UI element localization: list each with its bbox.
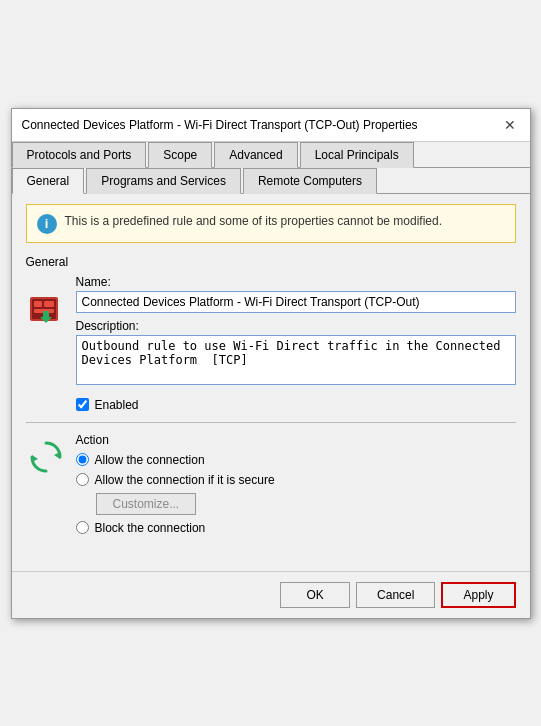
enabled-checkbox[interactable] [76, 398, 89, 411]
tab-general[interactable]: General [12, 168, 85, 194]
general-section-label: General [26, 255, 516, 269]
name-label: Name: [76, 275, 516, 289]
block-connection-row: Block the connection [76, 521, 516, 535]
description-textarea[interactable]: Outbound rule to use Wi-Fi Direct traffi… [76, 335, 516, 385]
block-connection-radio[interactable] [76, 521, 89, 534]
tabs-row1: Protocols and Ports Scope Advanced Local… [12, 142, 530, 168]
tab-local-principals[interactable]: Local Principals [300, 142, 414, 168]
tab-remote-computers[interactable]: Remote Computers [243, 168, 377, 194]
bottom-bar: OK Cancel Apply [12, 571, 530, 618]
block-connection-label: Block the connection [95, 521, 206, 535]
allow-if-secure-radio[interactable] [76, 473, 89, 486]
action-icon [26, 437, 66, 477]
cancel-button[interactable]: Cancel [356, 582, 435, 608]
apply-button[interactable]: Apply [441, 582, 515, 608]
allow-connection-radio[interactable] [76, 453, 89, 466]
title-bar: Connected Devices Platform - Wi-Fi Direc… [12, 109, 530, 142]
tab-protocols-ports[interactable]: Protocols and Ports [12, 142, 147, 168]
svg-rect-3 [44, 301, 54, 307]
allow-connection-row: Allow the connection [76, 453, 516, 467]
ok-button[interactable]: OK [280, 582, 350, 608]
description-label: Description: [76, 319, 516, 333]
info-message: This is a predefined rule and some of it… [65, 213, 443, 230]
svg-rect-6 [43, 311, 49, 319]
allow-connection-label: Allow the connection [95, 453, 205, 467]
general-section: Name: Description: Outbound rule to use … [26, 275, 516, 412]
allow-if-secure-label: Allow the connection if it is secure [95, 473, 275, 487]
enabled-label: Enabled [95, 398, 139, 412]
info-box: i This is a predefined rule and some of … [26, 204, 516, 243]
svg-marker-7 [54, 452, 60, 459]
info-icon: i [37, 214, 57, 234]
action-section: Action Allow the connection Allow the co… [26, 433, 516, 541]
action-label: Action [76, 433, 516, 447]
tab-programs-services[interactable]: Programs and Services [86, 168, 241, 194]
svg-rect-2 [34, 301, 42, 307]
close-button[interactable]: ✕ [500, 115, 520, 135]
dialog-window: Connected Devices Platform - Wi-Fi Direc… [11, 108, 531, 619]
allow-if-secure-row: Allow the connection if it is secure [76, 473, 516, 487]
tabs-row2: General Programs and Services Remote Com… [12, 168, 530, 194]
divider [26, 422, 516, 423]
action-fields: Action Allow the connection Allow the co… [76, 433, 516, 541]
firewall-icon [26, 289, 66, 329]
window-title: Connected Devices Platform - Wi-Fi Direc… [22, 118, 418, 132]
name-input[interactable] [76, 291, 516, 313]
tab-scope[interactable]: Scope [148, 142, 212, 168]
dialog-content: i This is a predefined rule and some of … [12, 194, 530, 551]
customize-button[interactable]: Customize... [96, 493, 197, 515]
enabled-row: Enabled [76, 398, 516, 412]
tab-advanced[interactable]: Advanced [214, 142, 297, 168]
svg-marker-8 [32, 455, 38, 462]
general-fields: Name: Description: Outbound rule to use … [76, 275, 516, 412]
